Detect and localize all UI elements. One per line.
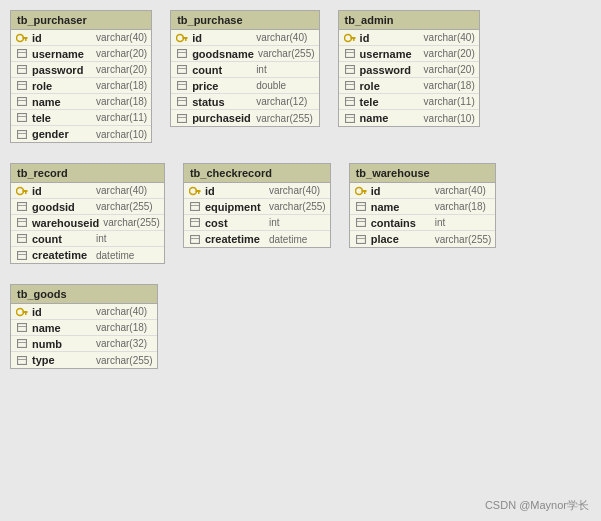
col-icon (15, 48, 29, 60)
svg-rect-71 (23, 311, 28, 313)
field-name: gender (32, 128, 92, 140)
col-icon (343, 80, 357, 92)
pk-icon (188, 185, 202, 197)
field-name: equipment (205, 201, 265, 213)
field-row: typevarchar(255) (11, 352, 157, 368)
field-type: int (96, 233, 107, 244)
field-name: id (32, 306, 92, 318)
svg-rect-18 (178, 50, 187, 58)
field-type: datetime (96, 250, 134, 261)
field-type: varchar(10) (424, 113, 475, 124)
field-name: id (371, 185, 431, 197)
svg-rect-75 (18, 340, 27, 348)
field-type: int (269, 217, 280, 228)
field-row: idvarchar(40) (11, 304, 157, 320)
pk-icon (343, 32, 357, 44)
svg-point-15 (177, 34, 184, 41)
field-type: varchar(10) (96, 129, 147, 140)
svg-rect-72 (25, 313, 27, 315)
svg-rect-2 (25, 39, 27, 41)
svg-rect-44 (18, 203, 27, 211)
field-name: warehouseid (32, 217, 99, 229)
field-type: varchar(40) (96, 185, 147, 196)
db-table-tb_goods: tb_goodsidvarchar(40)namevarchar(18)numb… (10, 284, 158, 369)
field-row: purchaseidvarchar(255) (171, 110, 318, 126)
field-name: name (360, 112, 420, 124)
svg-rect-20 (178, 66, 187, 74)
field-row: equipmentvarchar(255) (184, 199, 330, 215)
field-row: idvarchar(40) (350, 183, 496, 199)
col-icon (354, 201, 368, 213)
pk-icon (15, 185, 29, 197)
svg-rect-73 (18, 324, 27, 332)
svg-point-61 (355, 187, 362, 194)
field-row: namevarchar(18) (11, 94, 151, 110)
col-icon (354, 217, 368, 229)
field-name: id (192, 32, 252, 44)
field-row: countint (171, 62, 318, 78)
svg-rect-31 (345, 50, 354, 58)
field-type: varchar(40) (256, 32, 307, 43)
field-row: namevarchar(18) (350, 199, 496, 215)
svg-rect-30 (353, 39, 355, 41)
field-name: createtime (32, 249, 92, 261)
field-row: namevarchar(18) (11, 320, 157, 336)
svg-rect-33 (345, 66, 354, 74)
col-icon (343, 96, 357, 108)
field-name: contains (371, 217, 431, 229)
svg-rect-9 (18, 98, 27, 106)
field-type: varchar(255) (103, 217, 160, 228)
field-row: idvarchar(40) (11, 30, 151, 46)
field-name: password (32, 64, 92, 76)
svg-rect-35 (345, 82, 354, 90)
field-name: role (32, 80, 92, 92)
field-row: statusvarchar(12) (171, 94, 318, 110)
field-type: varchar(12) (256, 96, 307, 107)
svg-rect-46 (18, 219, 27, 227)
pk-icon (15, 306, 29, 318)
col-icon (15, 217, 29, 229)
field-type: varchar(40) (435, 185, 486, 196)
col-icon (175, 80, 189, 92)
field-name: count (32, 233, 92, 245)
field-name: numb (32, 338, 92, 350)
svg-rect-26 (178, 114, 187, 122)
field-type: int (435, 217, 446, 228)
db-table-tb_admin: tb_adminidvarchar(40)usernamevarchar(20)… (338, 10, 480, 127)
field-type: varchar(20) (96, 48, 147, 59)
svg-rect-54 (198, 192, 200, 194)
svg-rect-39 (345, 114, 354, 122)
svg-rect-43 (25, 192, 27, 194)
col-icon (175, 112, 189, 124)
field-row: costint (184, 215, 330, 231)
field-type: varchar(20) (424, 64, 475, 75)
field-type: varchar(32) (96, 338, 147, 349)
svg-rect-16 (183, 37, 188, 39)
col-icon (15, 128, 29, 140)
field-row: goodsnamevarchar(255) (171, 46, 318, 62)
col-icon (175, 48, 189, 60)
field-row: createtimedatetime (184, 231, 330, 247)
field-type: varchar(18) (96, 322, 147, 333)
field-row: idvarchar(40) (171, 30, 318, 46)
table-header: tb_admin (339, 11, 479, 30)
field-name: id (360, 32, 420, 44)
svg-rect-17 (185, 39, 187, 41)
field-row: idvarchar(40) (339, 30, 479, 46)
col-icon (15, 233, 29, 245)
svg-point-0 (17, 34, 24, 41)
col-icon (175, 64, 189, 76)
field-type: varchar(255) (96, 355, 153, 366)
col-icon (188, 233, 202, 245)
pk-icon (354, 185, 368, 197)
pk-icon (175, 32, 189, 44)
svg-rect-3 (18, 50, 27, 58)
table-body: idvarchar(40)goodsnamevarchar(255)counti… (171, 30, 318, 126)
field-name: password (360, 64, 420, 76)
field-type: varchar(11) (96, 112, 147, 123)
field-type: varchar(40) (424, 32, 475, 43)
field-row: pricedouble (171, 78, 318, 94)
field-type: varchar(20) (424, 48, 475, 59)
svg-point-52 (189, 187, 196, 194)
svg-rect-57 (190, 219, 199, 227)
